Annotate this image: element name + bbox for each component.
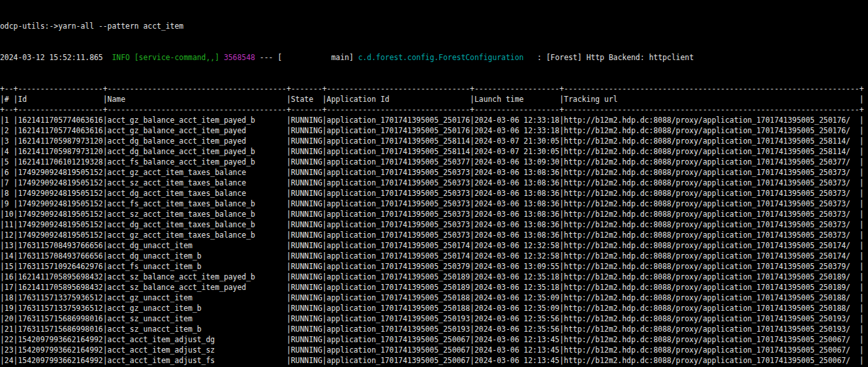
table-row: |9 |1749290924819505152|acct_fs_acct_ite…: [0, 199, 868, 209]
table-row: |20|1763115715686998016|acct_sz_unacct_i…: [0, 313, 868, 324]
table-row: |18|1763115713375936512|acct_gz_unacct_i…: [0, 293, 868, 303]
log-segment-magenta: 3568548: [224, 53, 255, 62]
table-row: |7 |1749290924819505152|acct_sz_acct_ite…: [0, 178, 868, 188]
table-row: |16|1621411705895698432|acct_sz_balance_…: [0, 272, 868, 282]
table-row: |8 |1749290924819505152|acct_dg_acct_ite…: [0, 188, 868, 199]
shell-prompt: odcp-utils:->: [0, 22, 58, 31]
log-segment-cyan: c.d.forest.config.ForestConfiguration: [358, 53, 524, 62]
log-segment-fg: --- [ main]: [255, 53, 358, 62]
table-row: |21|1763115715686998016|acct_sz_unacct_i…: [0, 324, 868, 334]
table-row: |3 |1621411705987973120|acct_dg_balance_…: [0, 136, 868, 146]
terminal-screen[interactable]: odcp-utils:->yarn-all --pattern acct_ite…: [0, 0, 868, 367]
table-row: |5 |1621411706101219328|acct_fs_balance_…: [0, 157, 868, 167]
yarn-applications-table: +--+-------------------+----------------…: [0, 84, 868, 367]
table-separator: +--+-------------------+----------------…: [0, 84, 868, 94]
table-row: |14|1763115708493766656|acct_dg_unacct_i…: [0, 251, 868, 261]
log-line: 2024-03-12 15:52:11.865 INFO [service-co…: [0, 52, 868, 63]
log-segment-fg: [219, 53, 224, 62]
log-segment-green: INFO [service-command,,]: [112, 53, 219, 62]
command-text: yarn-all --pattern acct_item: [58, 22, 183, 31]
table-row: |10|1749290924819505152|acct_sz_acct_ite…: [0, 209, 868, 219]
table-row: |1 |1621411705774063616|acct_gz_balance_…: [0, 115, 868, 125]
table-row: |17|1621411705895698432|acct_sz_balance_…: [0, 282, 868, 293]
table-row: |11|1749290924819505152|acct_dg_acct_ite…: [0, 219, 868, 230]
command-line: odcp-utils:->yarn-all --pattern acct_ite…: [0, 21, 868, 31]
table-row: |23|1542097993662164992|acct_acct_item_a…: [0, 345, 868, 355]
table-row: |22|1542097993662164992|acct_acct_item_a…: [0, 334, 868, 345]
table-row: |12|1749290924819505152|acct_gz_acct_ite…: [0, 230, 868, 240]
table-row: |19|1763115713375936512|acct_gz_unacct_i…: [0, 303, 868, 313]
table-row: |2 |1621411705774063616|acct_gz_balance_…: [0, 125, 868, 136]
table-row: |6 |1749290924819505152|acct_gz_acct_ite…: [0, 167, 868, 178]
table-row: |24|1542097993662164992|acct_acct_item_a…: [0, 355, 868, 366]
table-header: |# |Id |Name |State |Application Id |Lau…: [0, 94, 868, 104]
table-separator: +--+-------------------+----------------…: [0, 104, 868, 115]
log-segment-fg: : [Forest] Http Backend: httpclient: [523, 53, 694, 62]
table-row: |13|1763115708493766656|acct_dg_unacct_i…: [0, 240, 868, 251]
table-row: |4 |1621411705987973120|acct_dg_balance_…: [0, 146, 868, 157]
log-segment-fg: 2024-03-12 15:52:11.865: [0, 53, 112, 62]
table-row: |15|1763115710926462976|acct_fs_unacct_i…: [0, 261, 868, 272]
